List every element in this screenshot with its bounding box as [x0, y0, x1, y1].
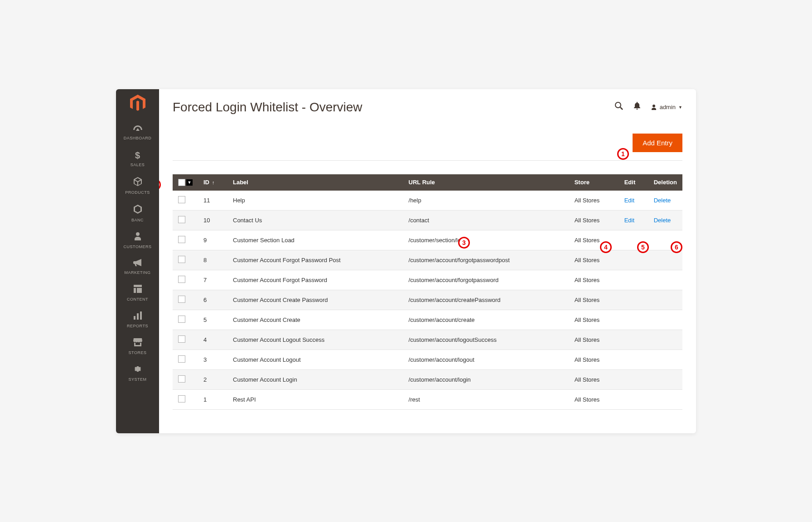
table-row[interactable]: 1Rest API/restAll Stores — [173, 389, 682, 409]
bars-icon — [134, 311, 142, 322]
table-row[interactable]: 5Customer Account Create/customer/accoun… — [173, 310, 682, 330]
row-checkbox[interactable] — [178, 256, 185, 263]
gear-icon — [134, 365, 142, 375]
svg-rect-0 — [134, 316, 135, 320]
cell-url-rule: /rest — [403, 389, 569, 409]
cell-edit — [619, 350, 648, 369]
edit-link[interactable]: Edit — [624, 217, 634, 224]
user-label: admin — [660, 104, 676, 110]
cell-url-rule: /customer/account/forgotpasswordpost — [403, 250, 569, 270]
table-row[interactable]: 3Customer Account Logout/customer/accoun… — [173, 350, 682, 369]
svg-line-4 — [620, 107, 623, 110]
cell-id: 10 — [198, 210, 227, 230]
table-row[interactable]: 4Customer Account Logout Success/custome… — [173, 330, 682, 350]
row-checkbox[interactable] — [178, 276, 185, 283]
row-checkbox[interactable] — [178, 375, 185, 383]
sidebar-item-customers[interactable]: CUSTOMERS — [124, 228, 152, 254]
table-row[interactable]: 7Customer Account Forgot Password/custom… — [173, 270, 682, 290]
magento-logo-icon[interactable] — [130, 95, 145, 112]
hexagon-icon — [134, 205, 142, 216]
cell-delete — [648, 270, 682, 290]
row-checkbox[interactable] — [178, 355, 185, 363]
column-store[interactable]: Store — [569, 174, 619, 191]
cell-delete: Delete — [648, 191, 682, 211]
sidebar-item-banc[interactable]: BANC — [124, 200, 152, 228]
table-row[interactable]: 9Customer Section Load/customer/section/… — [173, 230, 682, 250]
row-checkbox[interactable] — [178, 196, 185, 203]
sidebar-item-label: MARKETING — [124, 270, 150, 275]
search-icon[interactable] — [614, 101, 624, 113]
cell-label: Customer Account Create Password — [227, 290, 403, 310]
row-checkbox[interactable] — [178, 216, 185, 223]
cell-url-rule: /customer/account/createPassword — [403, 290, 569, 310]
cell-store: All Stores — [569, 270, 619, 290]
cell-edit — [619, 230, 648, 250]
row-checkbox[interactable] — [178, 316, 185, 323]
notifications-icon[interactable] — [633, 102, 641, 112]
cell-delete — [648, 310, 682, 330]
cell-id: 3 — [198, 350, 227, 369]
select-all-dropdown-icon[interactable]: ▼ — [186, 179, 193, 186]
sidebar-item-system[interactable]: SYSTEM — [124, 360, 152, 387]
toolbar: Add Entry — [173, 125, 682, 161]
cell-url-rule: /help — [403, 191, 569, 211]
caret-down-icon: ▼ — [678, 105, 682, 110]
cell-url-rule: /customer/account/forgotpassword — [403, 270, 569, 290]
cell-id: 6 — [198, 290, 227, 310]
table-row[interactable]: 11Help/helpAll StoresEditDelete — [173, 191, 682, 211]
cell-store: All Stores — [569, 389, 619, 409]
cell-edit — [619, 290, 648, 310]
cell-delete — [648, 330, 682, 350]
add-entry-button[interactable]: Add Entry — [633, 134, 682, 152]
select-all-checkbox[interactable] — [178, 179, 185, 186]
table-row[interactable]: 2Customer Account Login/customer/account… — [173, 369, 682, 389]
column-id[interactable]: ID ↑ — [198, 174, 227, 191]
dashboard-icon — [133, 125, 142, 134]
sidebar-item-label: PRODUCTS — [125, 190, 150, 195]
cell-edit — [619, 369, 648, 389]
cell-url-rule: /customer/account/logoutSuccess — [403, 330, 569, 350]
sidebar-item-sales[interactable]: $SALES — [124, 146, 152, 172]
sidebar-item-content[interactable]: CONTENT — [124, 280, 152, 307]
cube-icon — [134, 177, 142, 188]
edit-link[interactable]: Edit — [624, 197, 634, 204]
sidebar-item-stores[interactable]: STORES — [124, 334, 152, 360]
cell-store: All Stores — [569, 290, 619, 310]
whitelist-table: ▼ ID ↑ Label URL Rule Store Edit — [173, 174, 682, 410]
user-menu[interactable]: admin ▼ — [651, 104, 682, 110]
cell-id: 2 — [198, 369, 227, 389]
sidebar-item-products[interactable]: PRODUCTS — [124, 172, 152, 200]
column-edit[interactable]: Edit — [619, 174, 648, 191]
cell-store: All Stores — [569, 310, 619, 330]
main-content: Forced Login Whitelist - Overview admin … — [159, 89, 696, 433]
sidebar-item-marketing[interactable]: MARKETING — [124, 254, 152, 280]
cell-label: Customer Section Load — [227, 230, 403, 250]
sidebar-item-label: SYSTEM — [128, 377, 146, 382]
cell-label: Customer Account Forgot Password — [227, 270, 403, 290]
column-label[interactable]: Label — [227, 174, 403, 191]
column-url-rule[interactable]: URL Rule — [403, 174, 569, 191]
cell-label: Customer Account Logout — [227, 350, 403, 369]
delete-link[interactable]: Delete — [654, 197, 671, 204]
sidebar-item-dashboard[interactable]: DASHBOARD — [124, 120, 152, 146]
sidebar-item-reports[interactable]: REPORTS — [124, 307, 152, 334]
cell-id: 5 — [198, 310, 227, 330]
cell-store: All Stores — [569, 210, 619, 230]
delete-link[interactable]: Delete — [654, 217, 671, 224]
cell-id: 4 — [198, 330, 227, 350]
cell-delete: Delete — [648, 210, 682, 230]
row-checkbox[interactable] — [178, 296, 185, 303]
table-row[interactable]: 6Customer Account Create Password/custom… — [173, 290, 682, 310]
cell-label: Customer Account Login — [227, 369, 403, 389]
cell-id: 11 — [198, 191, 227, 211]
cell-delete — [648, 369, 682, 389]
column-select-all[interactable]: ▼ — [173, 174, 198, 191]
column-deletion[interactable]: Deletion — [648, 174, 682, 191]
row-checkbox[interactable] — [178, 335, 185, 343]
row-checkbox[interactable] — [178, 236, 185, 243]
table-row[interactable]: 8Customer Account Forgot Password Post/c… — [173, 250, 682, 270]
cell-delete — [648, 389, 682, 409]
table-row[interactable]: 10Contact Us/contactAll StoresEditDelete — [173, 210, 682, 230]
cell-delete — [648, 290, 682, 310]
row-checkbox[interactable] — [178, 395, 185, 402]
